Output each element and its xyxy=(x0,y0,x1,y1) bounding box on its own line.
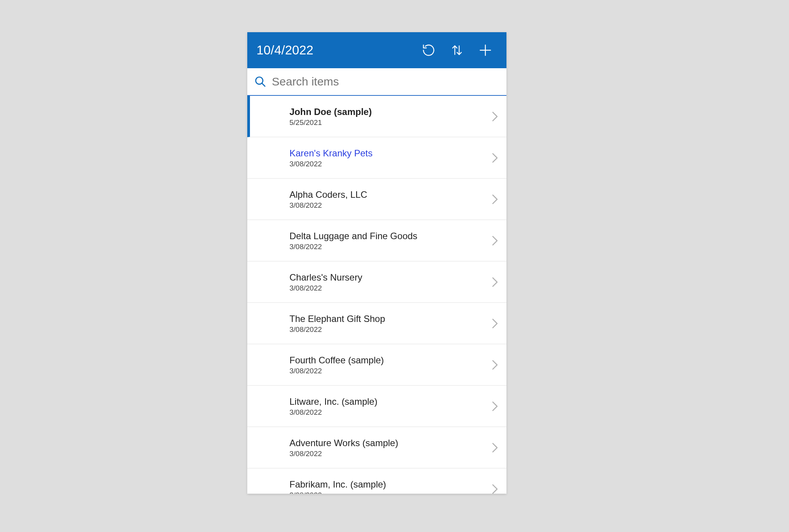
refresh-icon xyxy=(422,43,436,57)
list-item-text: Fabrikam, Inc. (sample)3/08/2022 xyxy=(289,479,489,494)
list-item-text: Adventure Works (sample)3/08/2022 xyxy=(289,437,489,458)
list-item-title: Alpha Coders, LLC xyxy=(289,189,489,200)
chevron-right-icon xyxy=(489,194,501,205)
chevron-right-icon xyxy=(489,401,501,412)
list-item[interactable]: Adventure Works (sample)3/08/2022 xyxy=(247,427,506,468)
list-item-date: 3/08/2022 xyxy=(289,284,489,292)
svg-line-5 xyxy=(262,83,265,86)
list-item-date: 3/08/2022 xyxy=(289,160,489,168)
list-item-text: The Elephant Gift Shop3/08/2022 xyxy=(289,313,489,334)
items-list: John Doe (sample)5/25/2021Karen's Kranky… xyxy=(247,96,506,494)
chevron-right-icon xyxy=(489,111,501,122)
search-icon xyxy=(254,76,266,88)
list-item-text: Karen's Kranky Pets3/08/2022 xyxy=(289,148,489,168)
app-frame: 10/4/2022 xyxy=(247,32,506,494)
chevron-right-icon xyxy=(489,153,501,163)
list-item[interactable]: Delta Luggage and Fine Goods3/08/2022 xyxy=(247,220,506,261)
chevron-right-icon xyxy=(489,277,501,287)
list-item-title[interactable]: Karen's Kranky Pets xyxy=(289,148,489,159)
plus-icon xyxy=(478,43,492,57)
list-item[interactable]: Litware, Inc. (sample)3/08/2022 xyxy=(247,386,506,427)
list-item-date: 3/08/2022 xyxy=(289,325,489,334)
list-item-title: Charles's Nursery xyxy=(289,272,489,283)
sort-button[interactable] xyxy=(444,38,470,62)
list-item[interactable]: Fabrikam, Inc. (sample)3/08/2022 xyxy=(247,468,506,494)
list-item-title: John Doe (sample) xyxy=(289,106,489,118)
list-item-text: John Doe (sample)5/25/2021 xyxy=(289,106,489,127)
list-item-date: 5/25/2021 xyxy=(289,118,489,127)
chevron-right-icon xyxy=(489,442,501,453)
list-item-date: 3/08/2022 xyxy=(289,408,489,417)
list-item-date: 3/08/2022 xyxy=(289,243,489,251)
list-item[interactable]: The Elephant Gift Shop3/08/2022 xyxy=(247,303,506,344)
list-item-text: Delta Luggage and Fine Goods3/08/2022 xyxy=(289,230,489,251)
list-item-text: Charles's Nursery3/08/2022 xyxy=(289,272,489,292)
refresh-button[interactable] xyxy=(416,38,441,62)
list-item-text: Fourth Coffee (sample)3/08/2022 xyxy=(289,355,489,375)
list-item[interactable]: John Doe (sample)5/25/2021 xyxy=(247,96,506,137)
add-button[interactable] xyxy=(473,38,498,62)
list-item-title: The Elephant Gift Shop xyxy=(289,313,489,325)
list-item[interactable]: Charles's Nursery3/08/2022 xyxy=(247,261,506,303)
search-bar[interactable] xyxy=(247,68,506,96)
list-item[interactable]: Alpha Coders, LLC3/08/2022 xyxy=(247,179,506,220)
list-item[interactable]: Karen's Kranky Pets3/08/2022 xyxy=(247,137,506,179)
list-item-title: Fourth Coffee (sample) xyxy=(289,355,489,366)
list-item[interactable]: Fourth Coffee (sample)3/08/2022 xyxy=(247,344,506,386)
header-bar: 10/4/2022 xyxy=(247,32,506,68)
chevron-right-icon xyxy=(489,484,501,494)
list-item-date: 3/08/2022 xyxy=(289,450,489,458)
chevron-right-icon xyxy=(489,235,501,246)
list-item-text: Litware, Inc. (sample)3/08/2022 xyxy=(289,396,489,417)
list-item-title: Delta Luggage and Fine Goods xyxy=(289,230,489,242)
list-item-title: Adventure Works (sample) xyxy=(289,437,489,449)
list-item-title: Litware, Inc. (sample) xyxy=(289,396,489,407)
list-item-date: 3/08/2022 xyxy=(289,491,489,494)
search-input[interactable] xyxy=(272,75,500,88)
list-item-date: 3/08/2022 xyxy=(289,367,489,375)
chevron-right-icon xyxy=(489,318,501,329)
chevron-right-icon xyxy=(489,360,501,370)
list-item-text: Alpha Coders, LLC3/08/2022 xyxy=(289,189,489,210)
sort-icon xyxy=(450,44,464,57)
header-title: 10/4/2022 xyxy=(256,43,413,57)
list-item-title: Fabrikam, Inc. (sample) xyxy=(289,479,489,490)
list-item-date: 3/08/2022 xyxy=(289,201,489,210)
